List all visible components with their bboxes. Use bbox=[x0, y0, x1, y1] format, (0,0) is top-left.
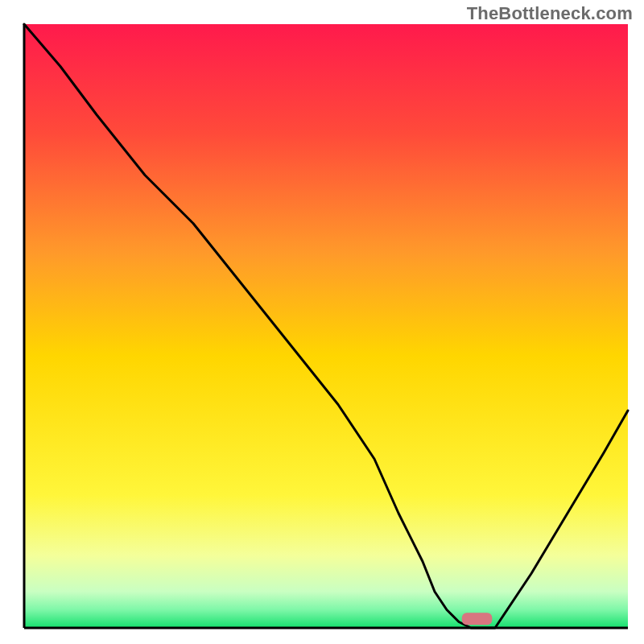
chart-svg bbox=[0, 0, 644, 644]
watermark-text: TheBottleneck.com bbox=[467, 3, 633, 24]
plot-background bbox=[24, 24, 628, 628]
optimal-marker bbox=[462, 613, 493, 625]
